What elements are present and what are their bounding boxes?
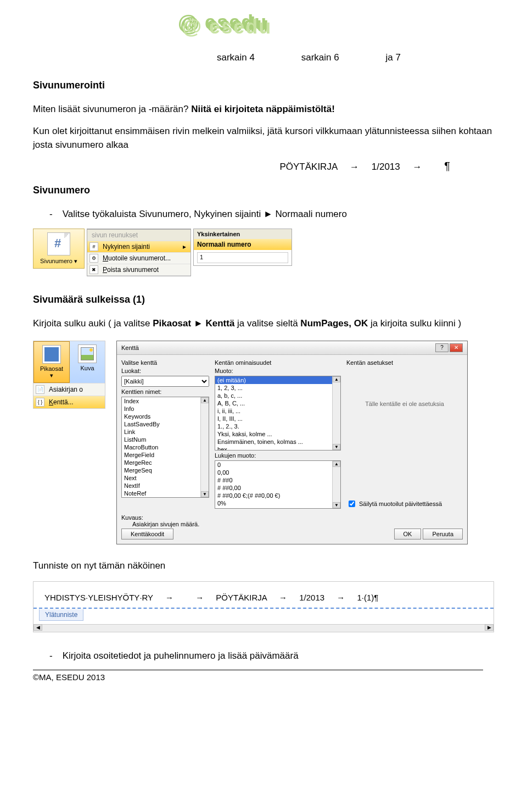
bullet-choose-pagenumber: Valitse työkaluista Sivunumero, Nykyinen…	[49, 207, 494, 221]
listbox-fields[interactable]: IndexInfoKeywordsLastSavedByLinkListNumM…	[121, 397, 209, 498]
numfmt-item[interactable]: # ##0,00 €;(# ##0,00 €)	[215, 492, 340, 499]
logo: @ esedu @ esedu @ esedu	[176, 11, 285, 44]
screenshot-pagenumber-menu: # Sivunumero ▾ sivun reunukset #Nykyinen…	[33, 229, 494, 276]
ribbon-button-kuva[interactable]: Kuva	[70, 341, 105, 383]
pagenumber-submenu: Yksinkertainen Normaali numero 1	[193, 229, 292, 266]
field-item[interactable]: Next	[122, 474, 209, 482]
format-item[interactable]: 1, 2, 3, ...	[215, 384, 340, 392]
field-item[interactable]: NoteRef	[122, 490, 209, 497]
screenshot-final-header: YHDISTYS·YLEISHYÖTY·RY → → PÖYTÄKIRJA → …	[33, 581, 494, 632]
field-item[interactable]: Link	[122, 428, 209, 436]
header-strip: YHDISTYS·YLEISHYÖTY·RY → → PÖYTÄKIRJA → …	[33, 582, 494, 609]
field-item[interactable]: Keywords	[122, 413, 209, 420]
instruction-pikaosat: Kirjoita sulku auki ( ja valitse Pikaosa…	[33, 316, 494, 331]
ribbon-button-pikaosat[interactable]: Pikaosat▾	[33, 341, 70, 383]
label-lukujen-muoto: Lukujen muoto:	[215, 452, 341, 459]
kuvaus-text: Asiakirjan sivujen määrä.	[132, 521, 199, 527]
no-settings-text: Tälle kentälle ei ole asetuksia	[346, 401, 463, 407]
format-item[interactable]: 1., 2., 3.	[215, 422, 340, 430]
instruction-paragraph: Kun olet kirjoittanut ensimmäisen rivin …	[33, 124, 494, 152]
label-valitse-kentta: Valitse kenttä	[121, 359, 209, 366]
header-tab-label: Ylätunniste	[39, 609, 83, 621]
format-item[interactable]: Yksi, kaksi, kolme ...	[215, 430, 340, 438]
menu-item-asiakirjan[interactable]: 📄Asiakirjan o	[33, 383, 105, 396]
format-item[interactable]: (ei mitään)	[215, 376, 340, 384]
heading-tunniste: Tunniste on nyt tämän näköinen	[33, 559, 494, 573]
page-number-icon: #	[47, 232, 70, 255]
menu-item-disabled: sivun reunukset	[87, 229, 190, 241]
pagenumber-dropdown-menu: sivun reunukset #Nykyinen sijainti▸ ⚙MMu…	[87, 229, 191, 276]
label-luokat: Luokat:	[121, 368, 209, 374]
field-item[interactable]: LastSavedBy	[122, 420, 209, 428]
screenshot-pikaosat-ribbon: Pikaosat▾ Kuva 📄Asiakirjan o { }Kenttä..…	[33, 341, 105, 409]
format-item[interactable]: hex	[215, 446, 340, 451]
menu-item-nykyinen-sijainti[interactable]: #Nykyinen sijainti▸	[87, 241, 190, 253]
submenu-header: Yksinkertainen	[194, 229, 291, 239]
numfmt-item[interactable]: # ##0,00	[215, 484, 340, 492]
field-item[interactable]: MergeField	[122, 451, 209, 459]
label-ominaisuudet: Kentän ominaisuudet	[215, 359, 341, 366]
numfmt-item[interactable]: 0,00	[215, 469, 340, 476]
field-item[interactable]: Index	[122, 397, 209, 405]
field-item[interactable]: NumChars	[122, 497, 209, 498]
tab-indicator-line: sarkain 4 sarkain 6 ja 7	[217, 52, 494, 63]
ribbon-button-sivunumero[interactable]: # Sivunumero ▾	[33, 229, 85, 269]
intro-paragraph: Miten lisäät sivunumeron ja -määrän? Nii…	[33, 102, 494, 116]
heading-sivunumerointi: Sivunumerointi	[33, 80, 494, 91]
heading-sivunumero: Sivunumero	[33, 185, 494, 196]
numfmt-item[interactable]: # ##0	[215, 476, 340, 484]
numfmt-item[interactable]: 0	[215, 461, 340, 469]
heading-sivumaara: Sivumäärä sulkeissa (1)	[33, 294, 494, 305]
button-ok[interactable]: OK	[394, 529, 422, 540]
close-button[interactable]: ✕	[450, 343, 463, 352]
page-footer: ©MA, ESEDU 2013	[33, 670, 483, 682]
field-item[interactable]: Info	[122, 405, 209, 413]
menu-item-kentta[interactable]: { }Kenttä...	[33, 396, 105, 408]
help-button[interactable]: ?	[435, 343, 448, 352]
submenu-normaali-numero[interactable]: Normaali numero	[194, 239, 291, 250]
label-kuvaus: Kuvaus:	[121, 514, 143, 521]
quickparts-icon	[42, 345, 61, 364]
listbox-formats[interactable]: (ei mitään)1, 2, 3, ...a, b, c, ...A, B,…	[215, 376, 341, 451]
bullet-osoitetiedot: Kirjoita osoitetiedot ja puhelinnumero j…	[49, 649, 494, 663]
menu-item-muotoile[interactable]: ⚙MMuotoile sivunumerot...uotoile sivunum…	[87, 253, 190, 264]
field-item[interactable]: MergeSeq	[122, 466, 209, 474]
field-item[interactable]: NextIf	[122, 482, 209, 490]
field-dialog: Kenttä ? ✕ Valitse kenttä Luokat: [Kaikk…	[116, 341, 468, 544]
format-item[interactable]: Ensimmäinen, toinen, kolmas ...	[215, 438, 340, 446]
field-item[interactable]: ListNum	[122, 436, 209, 443]
numfmt-item[interactable]: 0,00%	[215, 507, 340, 509]
numfmt-item[interactable]: 0%	[215, 499, 340, 507]
format-item[interactable]: A, B, C, ...	[215, 399, 340, 407]
dialog-titlebar: Kenttä ? ✕	[117, 341, 467, 355]
format-item[interactable]: a, b, c, ...	[215, 392, 340, 399]
field-item[interactable]: MergeRec	[122, 459, 209, 466]
checkbox-sailyta[interactable]: Säilytä muotoilut päivitettäessä	[346, 499, 463, 509]
listbox-numformats[interactable]: 00,00# ##0# ##0,00# ##0,00 €;(# ##0,00 €…	[215, 460, 341, 509]
scrollbar[interactable]	[33, 624, 494, 632]
picture-icon	[78, 344, 97, 363]
button-kenttakoodit[interactable]: Kenttäkoodit	[121, 529, 173, 540]
format-item[interactable]: I, II, III, ...	[215, 415, 340, 422]
field-item[interactable]: MacroButton	[122, 443, 209, 451]
submenu-preview: 1	[197, 252, 288, 263]
header-example-1: PÖYTÄKIRJA → 1/2013 → ¶	[33, 160, 494, 173]
format-item[interactable]: i, ii, iii, ...	[215, 407, 340, 415]
menu-item-poista[interactable]: ✖Poista sivunumerot	[87, 264, 190, 276]
label-asetukset: Kentän asetukset	[346, 359, 463, 366]
select-luokat[interactable]: [Kaikki]	[121, 376, 209, 387]
label-kentat: Kenttien nimet:	[121, 388, 209, 395]
label-muoto: Muoto:	[215, 368, 341, 374]
button-peruuta[interactable]: Peruuta	[423, 529, 463, 540]
